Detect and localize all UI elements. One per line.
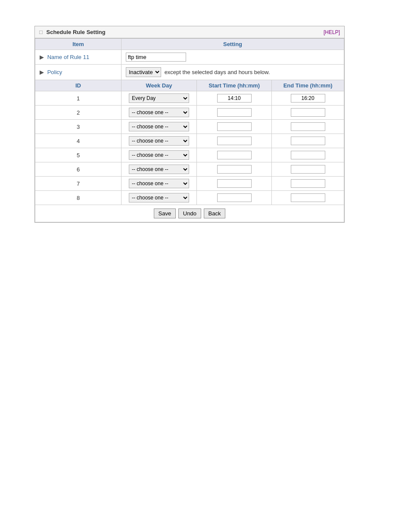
schedule-row-7: 7 -- choose one -- Every Day Monday Tues… — [35, 177, 344, 191]
row-5-start-cell — [197, 148, 272, 162]
row-6-start-cell — [197, 162, 272, 177]
panel-title: □ Schedule Rule Setting — [39, 29, 106, 35]
schedule-header-row: ID Week Day Start Time (hh:mm) End Time … — [35, 80, 344, 91]
name-label: Name of Rule 11 — [47, 54, 90, 60]
main-table: Item Setting ▶ Name of Rule 11 — [35, 38, 344, 222]
row-8-start-input[interactable] — [217, 193, 252, 202]
schedule-row-3: 3 -- choose one -- Every Day Monday Tues… — [35, 120, 344, 134]
row-2-start-input[interactable] — [217, 108, 252, 117]
row-1-id: 1 — [35, 91, 121, 106]
row-8-weekday-select[interactable]: -- choose one -- Every Day Monday Tuesda… — [129, 193, 189, 202]
column-header-row: Item Setting — [35, 39, 344, 50]
schedule-rule-panel: □ Schedule Rule Setting [HELP] Item Sett… — [34, 26, 345, 223]
policy-description: except the selected days and hours below… — [165, 69, 270, 75]
policy-setting-cell: Inactivate Activate except the selected … — [121, 65, 344, 80]
row-5-id: 5 — [35, 148, 121, 162]
row-5-start-input[interactable] — [217, 151, 252, 159]
item-col-header: Item — [35, 39, 121, 50]
name-label-cell: ▶ Name of Rule 11 — [35, 50, 121, 65]
row-1-end-cell — [272, 91, 344, 106]
row-2-weekday-cell: -- choose one -- Every Day Monday Tuesda… — [121, 106, 197, 120]
row-5-end-cell — [272, 148, 344, 162]
row-7-end-input[interactable] — [291, 179, 325, 188]
schedule-row-2: 2 -- choose one -- Every Day Monday Tues… — [35, 106, 344, 120]
policy-arrow-icon: ▶ — [40, 69, 44, 75]
row-3-end-cell — [272, 120, 344, 134]
footer-row: Save Undo Back — [35, 205, 344, 222]
row-1-end-input[interactable] — [291, 94, 325, 103]
back-button[interactable]: Back — [204, 208, 226, 218]
name-row: ▶ Name of Rule 11 — [35, 50, 344, 65]
row-6-start-input[interactable] — [217, 165, 252, 174]
row-8-id: 8 — [35, 191, 121, 205]
row-8-end-input[interactable] — [291, 193, 325, 202]
row-5-end-input[interactable] — [291, 151, 325, 159]
row-5-weekday-cell: -- choose one -- Every Day Monday Tuesda… — [121, 148, 197, 162]
row-1-weekday-cell: Every Day -- choose one -- Monday Tuesda… — [121, 91, 197, 106]
start-time-col-header: Start Time (hh:mm) — [197, 80, 272, 91]
row-7-weekday-select[interactable]: -- choose one -- Every Day Monday Tuesda… — [129, 179, 189, 188]
page-wrapper: □ Schedule Rule Setting [HELP] Item Sett… — [0, 0, 411, 249]
row-4-weekday-select[interactable]: -- choose one -- Every Day Monday Tuesda… — [129, 136, 189, 146]
row-2-start-cell — [197, 106, 272, 120]
row-3-id: 3 — [35, 120, 121, 134]
undo-button[interactable]: Undo — [178, 208, 201, 218]
name-arrow-icon: ▶ — [40, 54, 44, 60]
row-5-weekday-select[interactable]: -- choose one -- Every Day Monday Tuesda… — [129, 150, 189, 160]
help-link[interactable]: [HELP] — [324, 29, 340, 35]
rule-name-input[interactable] — [126, 53, 186, 62]
row-4-start-cell — [197, 134, 272, 148]
setting-col-header: Setting — [121, 39, 344, 50]
row-8-end-cell — [272, 191, 344, 205]
policy-row: ▶ Policy Inactivate Activate except the … — [35, 65, 344, 80]
weekday-col-header: Week Day — [121, 80, 197, 91]
row-7-id: 7 — [35, 177, 121, 191]
footer-cell: Save Undo Back — [35, 205, 344, 222]
row-4-id: 4 — [35, 134, 121, 148]
row-3-weekday-select[interactable]: -- choose one -- Every Day Monday Tuesda… — [129, 122, 189, 131]
row-2-end-input[interactable] — [291, 108, 325, 117]
policy-label-cell: ▶ Policy — [35, 65, 121, 80]
schedule-row-1: 1 Every Day -- choose one -- Monday Tues… — [35, 91, 344, 106]
row-7-start-cell — [197, 177, 272, 191]
row-6-weekday-select[interactable]: -- choose one -- Every Day Monday Tuesda… — [129, 165, 189, 174]
row-8-weekday-cell: -- choose one -- Every Day Monday Tuesda… — [121, 191, 197, 205]
row-3-end-input[interactable] — [291, 122, 325, 131]
row-2-end-cell — [272, 106, 344, 120]
row-4-end-cell — [272, 134, 344, 148]
policy-label: Policy — [47, 69, 62, 75]
row-3-start-input[interactable] — [217, 122, 252, 131]
row-3-weekday-cell: -- choose one -- Every Day Monday Tuesda… — [121, 120, 197, 134]
row-7-start-input[interactable] — [217, 179, 252, 188]
row-6-id: 6 — [35, 162, 121, 177]
row-2-id: 2 — [35, 106, 121, 120]
panel-icon: □ — [39, 29, 43, 35]
row-4-start-input[interactable] — [217, 137, 252, 145]
row-2-weekday-select[interactable]: -- choose one -- Every Day Monday Tuesda… — [129, 108, 189, 117]
row-1-start-input[interactable] — [217, 94, 252, 103]
row-3-start-cell — [197, 120, 272, 134]
row-4-end-input[interactable] — [291, 137, 325, 145]
row-8-start-cell — [197, 191, 272, 205]
row-6-end-cell — [272, 162, 344, 177]
name-setting-cell — [121, 50, 344, 65]
policy-select[interactable]: Inactivate Activate — [126, 67, 161, 77]
row-4-weekday-cell: -- choose one -- Every Day Monday Tuesda… — [121, 134, 197, 148]
save-button[interactable]: Save — [154, 208, 176, 218]
row-6-end-input[interactable] — [291, 165, 325, 174]
schedule-row-8: 8 -- choose one -- Every Day Monday Tues… — [35, 191, 344, 205]
row-7-end-cell — [272, 177, 344, 191]
schedule-row-4: 4 -- choose one -- Every Day Monday Tues… — [35, 134, 344, 148]
row-6-weekday-cell: -- choose one -- Every Day Monday Tuesda… — [121, 162, 197, 177]
row-7-weekday-cell: -- choose one -- Every Day Monday Tuesda… — [121, 177, 197, 191]
row-1-weekday-select[interactable]: Every Day -- choose one -- Monday Tuesda… — [129, 93, 189, 103]
schedule-row-6: 6 -- choose one -- Every Day Monday Tues… — [35, 162, 344, 177]
row-1-start-cell — [197, 91, 272, 106]
id-col-header: ID — [35, 80, 121, 91]
schedule-row-5: 5 -- choose one -- Every Day Monday Tues… — [35, 148, 344, 162]
end-time-col-header: End Time (hh:mm) — [272, 80, 344, 91]
panel-header: □ Schedule Rule Setting [HELP] — [35, 26, 344, 38]
